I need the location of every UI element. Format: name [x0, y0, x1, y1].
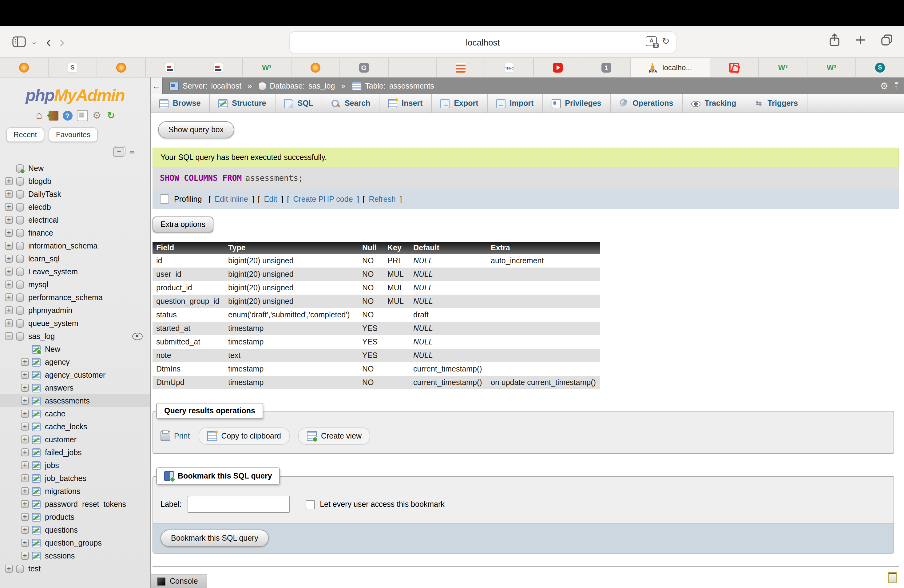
forward-button[interactable]: › — [60, 35, 65, 47]
browser-tab[interactable] — [534, 58, 583, 77]
profiling-checkbox[interactable] — [160, 194, 169, 204]
table-name[interactable]: New — [45, 345, 60, 353]
expand-icon[interactable]: + — [5, 267, 13, 275]
tab-export[interactable]: Export — [432, 94, 487, 112]
expand-icon[interactable]: + — [5, 293, 13, 301]
table-name[interactable]: answers — [45, 384, 73, 392]
browser-tab[interactable] — [710, 58, 759, 77]
browser-tab[interactable] — [194, 58, 243, 77]
reload-icon[interactable]: ↻ — [662, 36, 670, 47]
table-name[interactable]: migrations — [45, 487, 80, 495]
breadcrumb-back-icon[interactable]: ← — [151, 77, 163, 94]
database-name[interactable]: Leave_system — [28, 267, 78, 276]
database-name[interactable]: test — [28, 564, 41, 573]
expand-icon[interactable]: + — [5, 229, 13, 237]
tree-item-answers[interactable]: +answers — [0, 381, 150, 394]
expand-icon[interactable]: + — [5, 242, 13, 250]
table-name[interactable]: customer — [45, 435, 77, 444]
tree-item-new[interactable]: New — [0, 343, 150, 356]
tab-structure[interactable]: Structure — [210, 94, 275, 112]
expand-icon[interactable]: + — [21, 384, 29, 392]
expand-icon[interactable]: + — [21, 500, 29, 508]
table-name[interactable]: products — [45, 513, 74, 521]
browser-tab[interactable] — [0, 58, 49, 77]
expand-icon[interactable]: + — [21, 461, 29, 469]
expand-icon[interactable]: + — [21, 397, 29, 405]
show-query-box-button[interactable]: Show query box — [158, 121, 234, 138]
database-name[interactable]: mysql — [28, 280, 48, 289]
help-icon[interactable]: ? — [62, 111, 72, 120]
table-name[interactable]: failed_jobs — [45, 448, 82, 457]
profiling-link[interactable]: Create PHP code — [291, 194, 355, 203]
table-name[interactable]: job_batches — [45, 474, 86, 482]
sidebar-chevron-icon[interactable]: ⌄ — [31, 37, 38, 46]
tree-item-migrations[interactable]: +migrations — [0, 485, 150, 498]
table-name[interactable]: agency — [45, 358, 70, 366]
database-name[interactable]: learn_sql — [28, 254, 59, 263]
expand-icon[interactable]: + — [5, 190, 13, 198]
expand-icon[interactable]: + — [5, 254, 13, 262]
expand-icon[interactable]: + — [5, 177, 13, 185]
tree-item-agency-customer[interactable]: +agency_customer — [0, 368, 150, 381]
database-name[interactable]: blogdb — [28, 177, 51, 185]
breadcrumb-table[interactable]: assessments — [389, 82, 434, 90]
bookmark-access-checkbox[interactable] — [306, 500, 315, 509]
browser-tab[interactable]: 1 — [583, 58, 631, 77]
tab-browse[interactable]: Browse — [151, 94, 210, 112]
table-name[interactable]: sessions — [45, 552, 75, 560]
tree-item-performance-schema[interactable]: +performance_schema — [0, 291, 150, 304]
favourites-tab[interactable]: Favourites — [49, 127, 98, 142]
database-name[interactable]: phpmyadmin — [28, 306, 72, 315]
database-name[interactable]: electrical — [28, 216, 59, 224]
breadcrumb-database[interactable]: sas_log — [308, 82, 335, 90]
tree-item-sessions[interactable]: +sessions — [0, 549, 150, 562]
tree-item-question-groups[interactable]: +question_groups — [0, 536, 150, 549]
home-icon[interactable]: ⌂ — [34, 111, 44, 120]
browser-tab[interactable] — [97, 58, 146, 77]
bookmark-submit-button[interactable]: Bookmark this SQL query — [161, 530, 269, 547]
tree-item-finance[interactable]: +finance — [0, 226, 150, 239]
tree-item-dailytask[interactable]: +DailyTask — [0, 188, 150, 201]
eye-icon[interactable] — [132, 332, 143, 340]
collapse-icon[interactable]: − — [5, 332, 13, 340]
expand-icon[interactable]: + — [21, 552, 29, 560]
bookmark-label-input[interactable] — [188, 496, 290, 513]
expand-icon[interactable]: + — [5, 216, 13, 224]
database-name[interactable]: performance_schema — [28, 293, 103, 302]
console-bar[interactable]: Console — [151, 574, 207, 588]
table-name[interactable]: questions — [45, 526, 78, 534]
tree-item-failed-jobs[interactable]: +failed_jobs — [0, 446, 150, 459]
documentation-icon[interactable] — [77, 110, 88, 121]
extra-options-button[interactable]: Extra options — [153, 217, 213, 232]
tab-tracking[interactable]: Tracking — [683, 94, 746, 112]
tree-item-new[interactable]: New — [0, 162, 150, 175]
tree-item-questions[interactable]: +questions — [0, 523, 150, 536]
database-name[interactable]: New — [28, 164, 44, 172]
database-name[interactable]: elecdb — [28, 203, 51, 211]
profiling-link[interactable]: Edit inline — [212, 194, 250, 203]
tree-item-customer[interactable]: +customer — [0, 433, 150, 446]
expand-icon[interactable]: + — [21, 474, 29, 482]
tree-item-learn-sql[interactable]: +learn_sql — [0, 252, 150, 265]
profiling-link[interactable]: Refresh — [367, 194, 398, 203]
expand-icon[interactable]: + — [21, 539, 29, 547]
tab-import[interactable]: Import — [488, 94, 543, 112]
page-settings-icon[interactable]: ⚙ — [880, 80, 888, 91]
browser-tab[interactable]: THNC — [485, 58, 534, 77]
browser-tab[interactable]: S — [49, 58, 97, 77]
table-name[interactable]: password_reset_tokens — [45, 500, 126, 508]
tree-item-blogdb[interactable]: +blogdb — [0, 175, 150, 188]
new-tab-icon[interactable] — [855, 35, 866, 46]
database-name[interactable]: queue_system — [28, 319, 78, 327]
tree-item-cache[interactable]: +cache — [0, 407, 150, 420]
expand-icon[interactable]: + — [5, 306, 13, 314]
link-with-main-icon[interactable]: ∞ — [130, 148, 134, 156]
expand-icon[interactable]: + — [5, 564, 13, 573]
expand-icon[interactable]: + — [5, 280, 13, 288]
tree-item-products[interactable]: +products — [0, 511, 150, 523]
breadcrumb-server[interactable]: localhost — [211, 82, 242, 90]
database-name[interactable]: finance — [28, 229, 53, 237]
tree-item-elecdb[interactable]: +elecdb — [0, 201, 150, 213]
expand-icon[interactable]: + — [21, 526, 29, 534]
collapse-all-icon[interactable]: − — [114, 147, 125, 157]
